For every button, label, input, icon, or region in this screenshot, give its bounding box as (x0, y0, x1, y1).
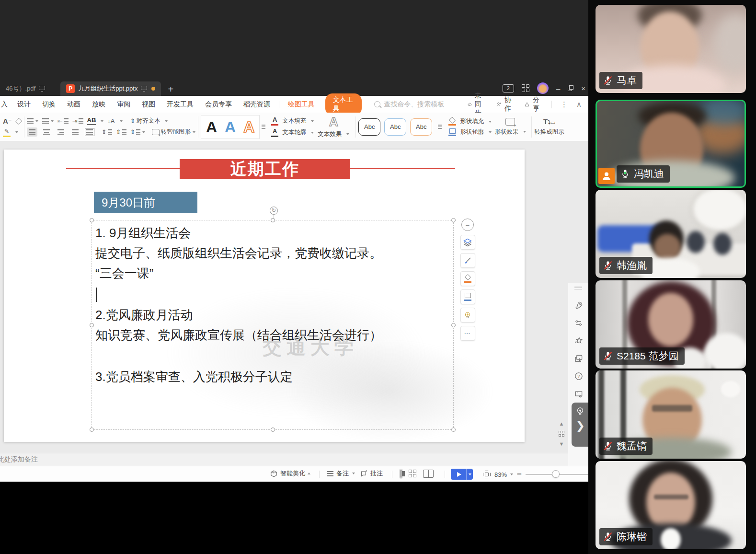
quick-start-button[interactable] (568, 296, 589, 314)
wordart-blue[interactable]: A (225, 119, 236, 135)
collapse-ribbon-icon[interactable]: ∧ (573, 100, 584, 109)
quick-fill-button[interactable] (460, 271, 475, 286)
menu-slideshow[interactable]: 放映 (86, 100, 111, 109)
menu-view[interactable]: 视图 (136, 100, 161, 109)
decrease-indent-icon[interactable]: ⇤ (57, 117, 69, 125)
menu-insert-clipped[interactable]: 入 (0, 100, 11, 109)
text-direction-icon[interactable]: ↓A (107, 117, 115, 125)
menu-transition[interactable]: 切换 (36, 100, 61, 109)
share-button[interactable]: 分享 (520, 96, 546, 113)
wordart-plain[interactable]: A (206, 119, 217, 135)
zoom-slider[interactable] (526, 474, 592, 475)
wordart-orange-outline[interactable]: A (243, 119, 254, 135)
format-brush-button[interactable] (460, 253, 475, 268)
shape-style-orange[interactable]: Abc (410, 118, 432, 136)
distribute-icon[interactable] (84, 127, 95, 137)
fit-to-window-icon[interactable] (483, 471, 491, 478)
rotate-handle[interactable]: ↻ (270, 207, 278, 215)
collapse-toolbar-button[interactable]: − (461, 219, 474, 231)
quick-outline-button[interactable] (460, 289, 475, 304)
line-spacing-icon[interactable]: ⇕ (102, 128, 112, 136)
resize-handle-br[interactable] (451, 427, 456, 432)
layer-order-button[interactable] (460, 235, 475, 250)
more-tools-button[interactable]: ⋯ (460, 326, 475, 341)
body-line-6[interactable]: 3.党员档案审查、入党积极分子认定 (95, 367, 293, 387)
zoom-out-button[interactable]: − (517, 470, 522, 479)
collapsed-assistant-panel[interactable]: ❯ (572, 403, 589, 447)
resize-handle-mr[interactable] (451, 323, 456, 327)
tab-pdf[interactable]: 46号）.pdf (0, 81, 52, 96)
para-spacing-before-icon[interactable]: ⇕ (116, 128, 126, 136)
properties-button[interactable] (568, 314, 589, 332)
slide-browser-icon[interactable] (559, 431, 564, 437)
menu-animation[interactable]: 动画 (61, 100, 86, 109)
tab-ppt-active[interactable]: P 九月组织生活ppt.pptx (60, 81, 161, 96)
text-effect-button[interactable]: 文本效果 (318, 130, 349, 138)
expand-panel-chevron-icon[interactable]: ❯ (575, 420, 585, 431)
slide-title-banner[interactable]: 近期工作 (180, 159, 350, 179)
present-icon[interactable] (141, 86, 148, 92)
shape-style-blue[interactable]: Abc (384, 118, 406, 136)
body-line-3[interactable]: “三会一课” (95, 263, 153, 283)
para-spacing-after-icon[interactable]: ⇕ (130, 128, 146, 136)
stamp-tool-button[interactable] (568, 385, 589, 403)
duplicate-button[interactable] (568, 349, 589, 367)
shape-style-black[interactable]: Abc (358, 118, 380, 136)
shape-fill-button[interactable]: 形状填充 (448, 117, 492, 126)
resize-handle-tc[interactable] (271, 218, 275, 222)
shape-outline-button[interactable]: 形状轮廓 (448, 128, 492, 136)
menu-developer[interactable]: 开发工具 (161, 100, 199, 109)
participant-tile-1[interactable]: 马卓 (596, 5, 746, 93)
align-text-button[interactable]: ⇕ 对齐文本 (130, 117, 160, 125)
bullet-list-icon[interactable] (27, 118, 38, 124)
participant-tile-6[interactable]: 陈琳锴 (596, 461, 746, 549)
menu-review[interactable]: 审阅 (111, 100, 136, 109)
participant-tile-3[interactable]: 韩渔胤 (596, 190, 746, 278)
effects-button[interactable] (568, 332, 589, 349)
resize-handle-tl[interactable] (90, 218, 94, 222)
smart-graphic-button[interactable]: 转智能图形 (152, 128, 195, 136)
more-options-icon[interactable]: ⋮ (558, 100, 571, 109)
wordart-more-icon[interactable] (260, 125, 267, 129)
rail-grip-icon[interactable] (574, 287, 582, 289)
next-slide-icon[interactable]: ▼ (559, 441, 564, 447)
comments-button[interactable]: 批注 (360, 469, 383, 478)
notes-toggle-button[interactable]: 备注 (327, 469, 355, 478)
present-icon[interactable] (39, 86, 46, 92)
highlight-color-icon[interactable]: ✎ (3, 128, 11, 137)
shape-style-more-icon[interactable] (436, 125, 444, 129)
menu-design[interactable]: 设计 (11, 100, 36, 109)
body-line-4[interactable]: 2.党风廉政月活动 (95, 305, 193, 325)
resize-handle-bc[interactable] (271, 427, 275, 432)
participant-tile-4[interactable]: S2185 范梦园 (596, 280, 746, 369)
resize-handle-bl[interactable] (90, 427, 94, 432)
normal-view-button[interactable] (399, 469, 403, 479)
text-fill-button[interactable]: A 文本填充 (271, 116, 314, 126)
char-spacing-icon[interactable]: AB (87, 117, 96, 125)
body-line-1[interactable]: 1. 9月组织生活会 (95, 223, 191, 243)
menu-drawing-tools[interactable]: 绘图工具 (282, 100, 321, 109)
slide-canvas[interactable]: 交通大学 近期工作 9月30日前 ↻ 1. 9月组织生活会 (4, 150, 525, 442)
shape-effect-button[interactable]: 形状效果 (494, 128, 526, 136)
command-search[interactable]: 查找命令、搜索模板 (374, 100, 464, 109)
deadline-box[interactable]: 9月30日前 (94, 192, 197, 213)
convert-diagram-button[interactable]: 转换成图示 (534, 128, 564, 136)
zoom-slider-handle[interactable] (552, 470, 560, 478)
text-outline-button[interactable]: A 文本轮廓 (271, 128, 314, 137)
menu-text-tools-active[interactable]: 文本工具 (325, 93, 362, 115)
resize-handle-ml[interactable] (90, 323, 94, 327)
prev-slide-icon[interactable]: ▲ (559, 421, 564, 427)
slide-sorter-view-button[interactable] (409, 470, 417, 478)
reading-view-button[interactable] (423, 470, 434, 478)
align-right-icon[interactable] (56, 127, 66, 137)
body-line-5[interactable]: 知识竞赛、党风廉政宣传展（结合组织生活会进行） (95, 325, 382, 345)
new-tab-button[interactable]: + (168, 82, 173, 96)
restore-button[interactable] (568, 85, 573, 91)
decrease-font-icon[interactable]: A⁻ (3, 117, 12, 126)
notes-bar[interactable]: 此处添加备注 (0, 453, 568, 466)
participant-tile-5[interactable]: 魏孟镐 (596, 370, 746, 459)
wordart-gallery[interactable]: A A A (201, 115, 260, 139)
collaborate-button[interactable]: 协作 (492, 96, 517, 113)
body-line-2[interactable]: 提交电子、纸质版组织生活会记录，党费收缴记录。 (95, 243, 382, 263)
numbered-list-icon[interactable] (42, 118, 54, 124)
